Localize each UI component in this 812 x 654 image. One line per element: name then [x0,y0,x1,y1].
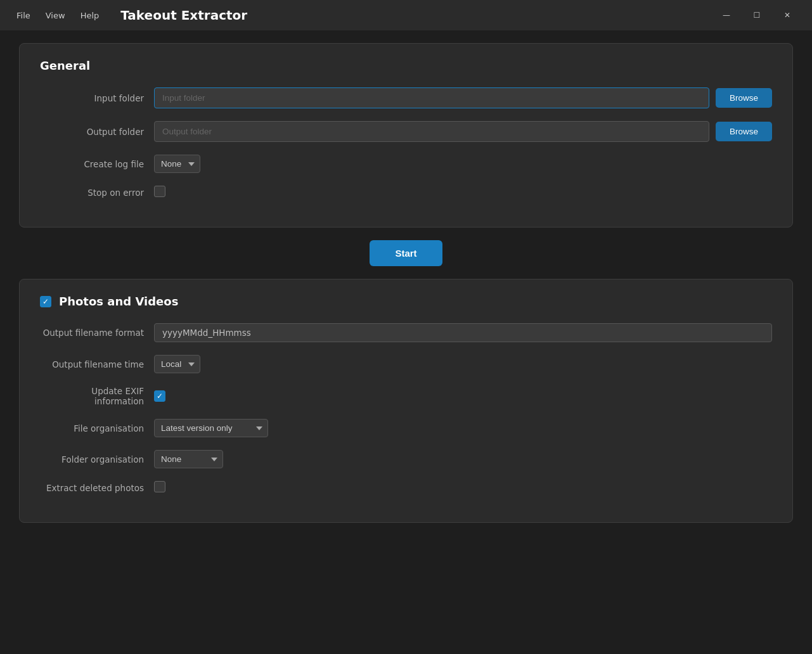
general-section: General Input folder Browse Output folde… [19,43,793,228]
create-log-file-select[interactable]: None CSV TXT [154,155,200,173]
output-filename-time-control: Local UTC [154,355,772,373]
output-folder-browse-button[interactable]: Browse [716,122,772,141]
maximize-button[interactable]: ☐ [742,5,771,25]
photos-videos-section: Photos and Videos Output filename format… [19,279,793,523]
output-filename-time-row: Output filename time Local UTC [40,355,772,373]
file-organisation-select[interactable]: Latest version only All versions None [154,419,268,437]
stop-on-error-checkbox[interactable] [154,186,165,197]
extract-deleted-label: Extract deleted photos [40,483,154,493]
titlebar: File View Help Takeout Extractor — ☐ ✕ [0,0,812,30]
photos-videos-title-row: Photos and Videos [40,295,772,308]
output-filename-time-label: Output filename time [40,359,154,369]
update-exif-control [154,390,772,402]
input-folder-label: Input folder [40,93,154,103]
photos-videos-checkbox[interactable] [40,296,51,307]
output-filename-format-value[interactable]: yyyyMMdd_HHmmss [154,323,772,342]
menu-view[interactable]: View [39,8,72,23]
general-title: General [40,59,772,72]
file-organisation-label: File organisation [40,423,154,433]
window-controls: — ☐ ✕ [712,5,802,25]
file-organisation-row: File organisation Latest version only Al… [40,419,772,437]
create-log-file-label: Create log file [40,159,154,169]
input-folder-input[interactable] [154,87,709,108]
output-folder-row: Output folder Browse [40,121,772,142]
close-button[interactable]: ✕ [773,5,802,25]
output-folder-input[interactable] [154,121,709,142]
update-exif-checkbox[interactable] [154,390,165,402]
app-title: Takeout Extractor [120,8,247,23]
minimize-button[interactable]: — [712,5,741,25]
folder-organisation-label: Folder organisation [40,454,154,465]
folder-organisation-row: Folder organisation None Year Year/Month [40,450,772,468]
update-exif-label: Update EXIF information [40,386,154,406]
output-folder-label: Output folder [40,127,154,137]
input-folder-browse-button[interactable]: Browse [716,88,772,108]
stop-on-error-label: Stop on error [40,188,154,198]
output-filename-time-select[interactable]: Local UTC [154,355,200,373]
stop-on-error-control [154,186,772,199]
create-log-file-control: None CSV TXT [154,155,772,173]
start-button-wrap: Start [19,240,793,266]
folder-organisation-control: None Year Year/Month [154,450,772,468]
input-folder-row: Input folder Browse [40,87,772,108]
extract-deleted-checkbox[interactable] [154,481,165,492]
update-exif-row: Update EXIF information [40,386,772,406]
menu-file[interactable]: File [10,8,37,23]
output-filename-format-control: yyyyMMdd_HHmmss [154,323,772,342]
output-folder-control: Browse [154,121,772,142]
menu-bar: File View Help [10,8,105,23]
file-organisation-control: Latest version only All versions None [154,419,772,437]
extract-deleted-control [154,481,772,494]
extract-deleted-row: Extract deleted photos [40,481,772,494]
start-button[interactable]: Start [370,240,442,266]
output-filename-format-row: Output filename format yyyyMMdd_HHmmss [40,323,772,342]
stop-on-error-row: Stop on error [40,186,772,199]
output-filename-format-label: Output filename format [40,328,154,338]
photos-videos-title: Photos and Videos [59,295,178,308]
folder-organisation-select[interactable]: None Year Year/Month [154,450,223,468]
create-log-file-row: Create log file None CSV TXT [40,155,772,173]
input-folder-control: Browse [154,87,772,108]
main-content: General Input folder Browse Output folde… [0,30,812,654]
menu-help[interactable]: Help [74,8,106,23]
